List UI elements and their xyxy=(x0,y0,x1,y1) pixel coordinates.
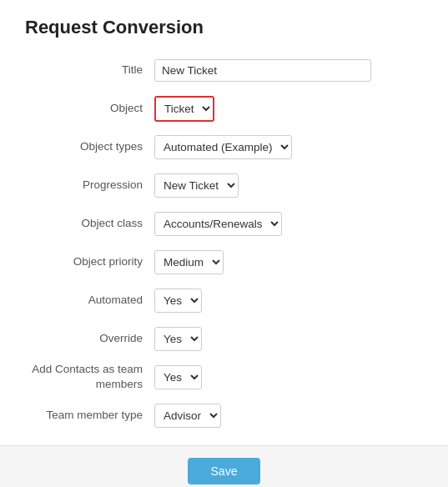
add-contacts-row: Add Contacts as team members Yes No xyxy=(25,362,423,392)
override-row: Override Yes No xyxy=(25,324,423,354)
object-class-select[interactable]: Accounts/Renewals xyxy=(154,212,282,236)
title-label: Title xyxy=(25,63,154,78)
form-container: Title Object Ticket Object types Automat… xyxy=(25,55,423,430)
page-container: Request Conversion Title Object Ticket O… xyxy=(0,0,448,430)
object-select-wrapper: Ticket xyxy=(154,96,214,122)
title-row: Title xyxy=(25,55,423,85)
progression-row: Progression New Ticket xyxy=(25,170,423,200)
object-types-row: Object types Automated (Example) xyxy=(25,132,423,162)
automated-row: Automated Yes No xyxy=(25,285,423,315)
override-select[interactable]: Yes No xyxy=(154,327,202,351)
team-member-type-select[interactable]: Advisor xyxy=(154,404,221,428)
automated-label: Automated xyxy=(25,293,154,308)
title-input[interactable] xyxy=(154,59,371,82)
object-class-label: Object class xyxy=(25,216,154,231)
add-contacts-select[interactable]: Yes No xyxy=(154,365,202,389)
progression-select[interactable]: New Ticket xyxy=(154,173,239,198)
object-label: Object xyxy=(25,101,154,116)
object-priority-select[interactable]: Medium xyxy=(154,250,224,274)
automated-select[interactable]: Yes No xyxy=(154,289,202,313)
object-row: Object Ticket xyxy=(25,93,423,123)
team-member-type-row: Team member type Advisor xyxy=(25,400,423,430)
team-member-type-label: Team member type xyxy=(25,408,154,423)
progression-label: Progression xyxy=(25,178,154,193)
object-types-select[interactable]: Automated (Example) xyxy=(154,135,292,159)
add-contacts-label: Add Contacts as team members xyxy=(25,362,154,391)
object-class-row: Object class Accounts/Renewals xyxy=(25,208,423,238)
object-priority-label: Object priority xyxy=(25,254,154,269)
page-title: Request Conversion xyxy=(25,17,423,38)
footer-bar: Save xyxy=(0,445,448,487)
object-priority-row: Object priority Medium xyxy=(25,247,423,277)
object-select[interactable]: Ticket xyxy=(156,98,213,120)
override-label: Override xyxy=(25,331,154,346)
save-button[interactable]: Save xyxy=(188,458,261,484)
object-types-label: Object types xyxy=(25,139,154,154)
